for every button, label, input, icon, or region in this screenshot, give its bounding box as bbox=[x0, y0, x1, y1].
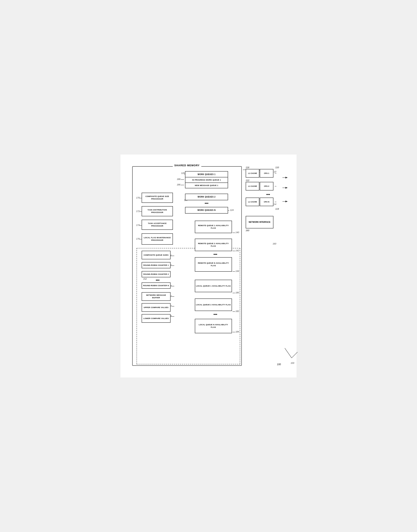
work-queues-1-box: WORK QUEUES 1 bbox=[185, 171, 228, 178]
svg-line-53 bbox=[285, 348, 292, 358]
arrow-cpu1: ← bbox=[274, 169, 277, 177]
cpu-n: CPU N bbox=[260, 198, 273, 206]
arrow-cpun: ← bbox=[274, 198, 277, 206]
local-queue-1-flag-box: LOCAL QUEUE 1 AVAILABILITY FLAG bbox=[195, 280, 232, 292]
task-acceptance-processor-box: TASK ACCEPTANCE PROCESSOR bbox=[142, 220, 173, 230]
cpun-row: L1 CACHE CPU N ← bbox=[246, 198, 285, 206]
network-interface-container: NETWORK INTERFACE 160 bbox=[246, 216, 285, 232]
ref-100: 100 bbox=[277, 363, 281, 366]
ref-160: 160 bbox=[246, 229, 285, 232]
composite-queue-sizes-box: COMPOSITE QUEUE SIZES bbox=[142, 251, 171, 259]
remote-queue-n-flag-box: REMOTE QUEUE N AVAILABILITY FLAG bbox=[195, 257, 232, 272]
page: 102 120 188 186 170 172 174 176 bbox=[120, 155, 297, 377]
task-distribution-processor-box: TASK DISTRIBUTION PROCESSOR bbox=[142, 206, 173, 216]
ref-112: 112 bbox=[246, 179, 285, 181]
new-message-queue-box: NEW MESSAGE QUEUE 1 bbox=[185, 182, 228, 188]
remote-queue-1-flag-box: REMOTE QUEUE 1 AVAILABILITY FLAG bbox=[195, 221, 232, 233]
l1-cache-1: L1 CACHE bbox=[246, 169, 259, 177]
local-queue-2-flag-box: LOCAL QUEUE 2 AVAILABILITY FLAG bbox=[195, 298, 232, 311]
upper-compare-values-box: UPPER COMPARE VALUES bbox=[142, 303, 171, 312]
cpu1-row: L1 CACHE CPU 1 ← bbox=[246, 169, 285, 177]
svg-text:160: 160 bbox=[273, 242, 276, 245]
diagram-container: 102 120 188 186 170 172 174 176 bbox=[126, 160, 291, 372]
cpu-1: CPU 1 bbox=[260, 169, 273, 177]
ref-114: 114 bbox=[246, 208, 285, 210]
work-queues-2-box: WORK QUEUES 2 bbox=[185, 194, 228, 200]
remote-queue-2-flag-box: REMOTE QUEUE 2 AVAILABILITY FLAG bbox=[195, 239, 232, 251]
svg-text:100: 100 bbox=[291, 362, 294, 364]
svg-line-54 bbox=[292, 352, 298, 358]
dots-local: ••• bbox=[211, 312, 219, 317]
dots-rr: ••• bbox=[154, 278, 162, 282]
local-flag-maintenance-processor-box: LOCAL FLAG MAINTENANCE PROCESSOR bbox=[142, 233, 173, 245]
round-robin-counter-n-box: ROUND-ROBIN COUNTER N bbox=[142, 282, 171, 289]
work-queues-n-box: WORK QUEUES N bbox=[185, 207, 228, 214]
cpu2-row: L1 CACHE CPU 2 ← bbox=[246, 182, 285, 190]
l1-cache-n: L1 CACHE bbox=[246, 198, 259, 206]
ref-110: 110 bbox=[275, 166, 279, 169]
composite-queue-size-processor-box: COMPOSITE QUEUE SIZE PROCESSOR bbox=[142, 193, 173, 203]
shared-memory-label: SHARED MEMORY bbox=[173, 164, 201, 167]
local-queue-n-flag-box: LOCAL QUEUE N AVAILABILITY FLAG bbox=[195, 319, 232, 333]
cpu-2: CPU 2 bbox=[260, 182, 273, 190]
l1-cache-2: L1 CACHE bbox=[246, 182, 259, 190]
round-robin-counter-1-box: ROUND-ROBIN COUNTER 1 bbox=[142, 262, 171, 268]
network-message-buffer-box: NETWORK MESSAGE BUFFER bbox=[142, 292, 171, 301]
dots-cpu: ••• bbox=[251, 192, 285, 197]
arrow-cpu2: ← bbox=[274, 182, 277, 190]
ref-116: 116 bbox=[246, 166, 249, 169]
lower-compare-values-box: LOWER COMPARE VALUES bbox=[142, 314, 171, 323]
dots-wq: ••• bbox=[203, 201, 210, 206]
in-progress-work-queue-box: IN PROGRESS WORK QUEUE 1 bbox=[185, 177, 228, 183]
cpu-section: 116 110 L1 CACHE CPU 1 ← 112 L1 CACHE bbox=[246, 166, 285, 232]
network-interface-box: NETWORK INTERFACE bbox=[246, 216, 273, 229]
round-robin-counter-2-box: ROUND-ROBIN COUNTER 2 bbox=[142, 271, 171, 277]
dots-remote: ••• bbox=[211, 252, 219, 257]
